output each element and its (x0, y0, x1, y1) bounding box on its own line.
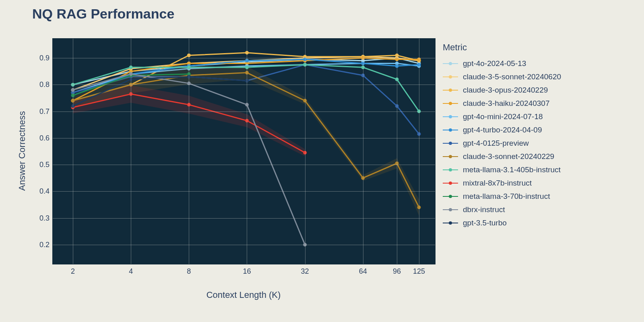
legend-dot-icon (449, 89, 452, 92)
gridline-h (53, 85, 435, 85)
x-tick-label: 125 (413, 267, 425, 276)
x-axis-title: Context Length (K) (206, 290, 281, 300)
y-axis-title: Answer Correctness (17, 111, 27, 191)
legend-swatch (443, 209, 458, 210)
legend-dot-icon (449, 142, 452, 145)
legend-swatch (443, 130, 458, 130)
chart-container: { "chart_data": { "type": "line", "title… (0, 0, 644, 322)
x-tick-label: 16 (243, 267, 251, 276)
legend-item[interactable]: gpt-4-0125-preview (443, 136, 561, 150)
gridline-h (53, 191, 435, 192)
legend-label: meta-llama-3-70b-instruct (463, 192, 550, 201)
y-tick-label: 0.3 (39, 214, 50, 222)
legend-label: mixtral-8x7b-instruct (463, 179, 532, 188)
legend-title: Metric (443, 42, 561, 53)
legend-item[interactable]: gpt-4o-mini-2024-07-18 (443, 110, 561, 123)
legend-label: gpt-4-turbo-2024-04-09 (463, 126, 542, 134)
legend-label: claude-3-haiku-20240307 (463, 99, 550, 108)
legend-swatch (443, 156, 458, 157)
y-tick-label: 0.2 (39, 240, 50, 249)
legend-dot-icon (449, 62, 452, 65)
legend-dot-icon (449, 195, 452, 198)
legend-label: claude-3-sonnet-20240229 (463, 152, 554, 161)
gridline-v (131, 39, 131, 264)
legend-label: dbrx-instruct (463, 205, 505, 214)
legend-swatch (443, 196, 458, 197)
legend-item[interactable]: claude-3-opus-20240229 (443, 83, 561, 97)
legend-dot-icon (449, 182, 452, 185)
gridline-h (53, 58, 435, 58)
legend-label: claude-3-5-sonnet-20240620 (463, 72, 561, 81)
legend-item[interactable]: gpt-4-turbo-2024-04-09 (443, 123, 561, 136)
x-tick-label: 96 (393, 267, 401, 276)
gridline-v (419, 39, 419, 264)
gridline-h (53, 218, 435, 219)
x-tick-label: 8 (187, 267, 191, 276)
x-tick-label: 32 (301, 267, 309, 276)
gridline-v (363, 39, 363, 264)
legend-item[interactable]: mixtral-8x7b-instruct (443, 176, 561, 190)
legend-item[interactable]: meta-llama-3-70b-instruct (443, 190, 561, 203)
y-tick-label: 0.9 (39, 54, 50, 62)
legend-item[interactable]: dbrx-instruct (443, 203, 561, 216)
legend-label: claude-3-opus-20240229 (463, 86, 548, 95)
legend-dot-icon (449, 155, 452, 158)
legend-item[interactable]: gpt-3.5-turbo (443, 216, 561, 229)
legend-dot-icon (449, 221, 452, 225)
gridline-h (53, 165, 435, 165)
x-tick-label: 64 (359, 267, 367, 276)
legend-dot-icon (449, 168, 452, 171)
legend-dot-icon (449, 75, 452, 78)
y-tick-label: 0.5 (39, 161, 50, 169)
legend-swatch (443, 169, 458, 170)
legend-swatch (443, 223, 458, 223)
legend-item[interactable]: claude-3-5-sonnet-20240620 (443, 70, 561, 83)
legend-swatch (443, 63, 458, 64)
legend: Metric gpt-4o-2024-05-13claude-3-5-sonne… (443, 42, 561, 229)
chart-lines (53, 39, 435, 264)
gridline-h (53, 245, 435, 245)
legend-item[interactable]: claude-3-haiku-20240307 (443, 97, 561, 110)
x-tick-label: 2 (71, 267, 75, 276)
gridline-v (189, 39, 189, 264)
legend-label: meta-llama-3.1-405b-instruct (463, 165, 561, 174)
legend-label: gpt-3.5-turbo (463, 219, 507, 227)
legend-label: gpt-4-0125-preview (463, 139, 529, 148)
legend-dot-icon (449, 102, 452, 105)
legend-dot-icon (449, 208, 452, 211)
gridline-v (247, 39, 247, 264)
legend-label: gpt-4o-mini-2024-07-18 (463, 112, 543, 121)
y-tick-label: 0.7 (39, 107, 50, 116)
y-tick-label: 0.8 (39, 80, 50, 89)
legend-swatch (443, 103, 458, 104)
gridline-h (53, 138, 435, 138)
y-tick-label: 0.6 (39, 134, 50, 142)
legend-dot-icon (449, 128, 452, 132)
legend-swatch (443, 116, 458, 117)
gridline-h (53, 111, 435, 112)
legend-item[interactable]: gpt-4o-2024-05-13 (443, 57, 561, 70)
legend-label: gpt-4o-2024-05-13 (463, 59, 526, 68)
legend-swatch (443, 90, 458, 91)
gridline-v (73, 39, 73, 264)
plot-area: 0.20.30.40.50.60.70.80.924816326496125 (52, 38, 436, 264)
chart-title: NQ RAG Performance (32, 6, 174, 22)
legend-item[interactable]: meta-llama-3.1-405b-instruct (443, 163, 561, 176)
gridline-v (397, 39, 397, 264)
x-tick-label: 4 (129, 267, 133, 276)
legend-swatch (443, 76, 458, 77)
legend-item[interactable]: claude-3-sonnet-20240229 (443, 150, 561, 163)
gridline-v (305, 39, 305, 264)
y-tick-label: 0.4 (39, 187, 50, 196)
legend-swatch (443, 143, 458, 144)
legend-swatch (443, 183, 458, 184)
legend-dot-icon (449, 115, 452, 118)
